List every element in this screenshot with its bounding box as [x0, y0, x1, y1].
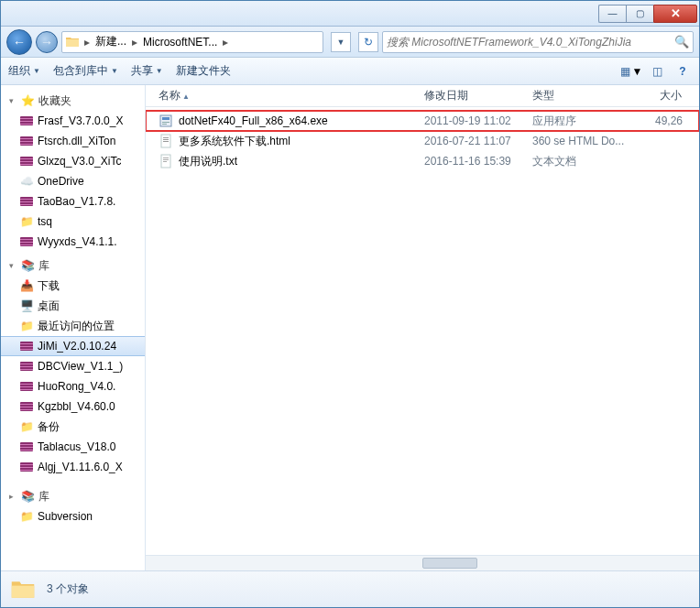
breadcrumb-seg-2[interactable]: MicrosoftNET... [139, 32, 221, 52]
tree-item[interactable]: Ftsrch.dll_XiTon [1, 131, 145, 151]
minimize-button[interactable]: — [598, 5, 626, 23]
tree-item[interactable]: Tablacus_V18.0 [1, 437, 145, 457]
dropdown-button[interactable]: ▼ [331, 32, 351, 52]
chevron-right-icon: ▸ [130, 36, 139, 49]
close-button[interactable]: ✕ [653, 5, 697, 23]
file-list[interactable]: dotNetFx40_Full_x86_x64.exe2011-09-19 11… [146, 107, 699, 555]
item-icon: 📁 [19, 319, 34, 333]
tree-item[interactable]: 📁Subversion [1, 506, 145, 527]
svg-rect-34 [20, 407, 33, 407]
search-icon: 🔍 [674, 35, 689, 49]
breadcrumb[interactable]: ▸ 新建... ▸ MicrosoftNET... ▸ [61, 31, 323, 53]
svg-rect-13 [20, 199, 33, 200]
tree-item-label: Glxzq_V3.0_XiTc [38, 155, 121, 168]
folder-icon [62, 35, 82, 49]
svg-rect-25 [20, 364, 33, 364]
chevron-down-icon: ▼ [156, 67, 163, 75]
tree-item[interactable]: 🖥️桌面 [1, 296, 145, 316]
tree-item[interactable]: Kgzbbl_V4.60.0 [1, 396, 145, 417]
tree-item[interactable]: 📁备份 [1, 417, 145, 437]
library-icon: 📚 [20, 258, 35, 273]
chevron-down-icon: ▼ [111, 67, 118, 75]
chevron-down-icon: ▼ [337, 38, 345, 47]
horizontal-scrollbar[interactable] [146, 555, 699, 570]
svg-rect-35 [20, 409, 33, 410]
forward-button[interactable]: → [36, 31, 58, 53]
file-icon [159, 134, 173, 148]
collapse-icon[interactable]: ▾ [6, 261, 16, 270]
chevron-down-icon: ▼ [632, 65, 643, 78]
tree-item[interactable]: 📁最近访问的位置 [1, 316, 145, 336]
tree-item[interactable]: Frasf_V3.7.0.0_X [1, 111, 145, 131]
view-options-button[interactable]: ▦▼ [622, 62, 640, 81]
svg-rect-49 [163, 137, 169, 138]
tree-item-label: Tablacus_V18.0 [38, 440, 115, 453]
libraries-header[interactable]: ▾ 📚 库 [1, 255, 145, 276]
search-input[interactable] [387, 36, 674, 49]
breadcrumb-seg-1[interactable]: 新建... [92, 32, 130, 52]
tree-item[interactable]: HuoRong_V4.0. [1, 376, 145, 396]
svg-rect-22 [20, 346, 33, 347]
svg-rect-19 [20, 244, 33, 245]
tree-item-label: Wyyxds_V4.1.1. [38, 235, 117, 248]
share-menu[interactable]: 共享▼ [131, 63, 163, 79]
tree-item[interactable]: 📥下载 [1, 276, 145, 296]
collapse-icon[interactable]: ▾ [6, 96, 16, 105]
svg-rect-23 [20, 349, 33, 350]
tree-item[interactable]: Wyyxds_V4.1.1. [1, 232, 145, 252]
file-row[interactable]: dotNetFx40_Full_x86_x64.exe2011-09-19 11… [146, 111, 699, 131]
column-name[interactable]: 名称▲ [153, 88, 419, 103]
svg-rect-46 [162, 122, 170, 123]
chevron-right-icon: ▸ [221, 36, 230, 49]
svg-rect-53 [163, 157, 169, 158]
tree-item-label: 桌面 [38, 299, 60, 314]
refresh-button[interactable]: ↻ [358, 32, 378, 52]
svg-rect-21 [20, 343, 33, 344]
column-type[interactable]: 类型 [527, 88, 637, 103]
svg-rect-5 [20, 138, 33, 139]
organize-menu[interactable]: 组织▼ [8, 63, 40, 79]
svg-rect-54 [163, 159, 169, 160]
file-row[interactable]: 更多系统软件下载.html2016-07-21 11:07360 se HTML… [146, 131, 699, 151]
back-button[interactable]: ← [6, 29, 32, 55]
help-button[interactable]: ? [673, 62, 692, 81]
svg-rect-44 [160, 115, 171, 126]
column-headers[interactable]: 名称▲ 修改日期 类型 大小 [146, 85, 699, 107]
svg-rect-41 [20, 464, 33, 465]
tree-item[interactable]: Glxzq_V3.0_XiTc [1, 151, 145, 171]
column-date[interactable]: 修改日期 [419, 88, 527, 103]
include-library-menu[interactable]: 包含到库中▼ [53, 63, 118, 79]
file-type: 应用程序 [527, 114, 637, 129]
item-icon [19, 339, 34, 353]
expand-icon[interactable]: ▸ [6, 492, 16, 501]
svg-rect-37 [20, 444, 33, 445]
search-box[interactable]: 🔍 [382, 31, 694, 53]
svg-rect-9 [20, 158, 33, 159]
svg-rect-29 [20, 384, 33, 385]
scrollbar-thumb[interactable] [422, 558, 477, 569]
tree-item[interactable]: DBCView_V1.1_) [1, 356, 145, 376]
preview-pane-button[interactable]: ◫ [648, 62, 666, 81]
libraries2-header[interactable]: ▸ 📚 库 [1, 486, 145, 506]
svg-rect-42 [20, 467, 33, 468]
tree-item[interactable]: TaoBao_V1.7.8. [1, 191, 145, 212]
tree-item-label: HuoRong_V4.0. [38, 380, 115, 393]
column-size[interactable]: 大小 [637, 88, 688, 103]
maximize-button[interactable]: ▢ [626, 5, 653, 23]
favorites-header[interactable]: ▾ ⭐ 收藏夹 [1, 91, 145, 111]
tree-item[interactable]: JiMi_V2.0.10.24 [1, 336, 145, 356]
titlebar: — ▢ ✕ [1, 1, 699, 27]
new-folder-button[interactable]: 新建文件夹 [176, 63, 231, 79]
svg-rect-3 [20, 124, 33, 125]
file-row[interactable]: 使用说明.txt2016-11-16 15:39文本文档 [146, 151, 699, 171]
svg-rect-17 [20, 239, 33, 240]
tree-item-label: 最近访问的位置 [38, 319, 115, 334]
tree-item[interactable]: ☁️OneDrive [1, 171, 145, 191]
file-type: 文本文档 [527, 154, 637, 169]
view-icon: ▦ [620, 65, 630, 78]
file-date: 2016-11-16 15:39 [419, 155, 527, 168]
navigation-pane[interactable]: ▾ ⭐ 收藏夹 Frasf_V3.7.0.0_XFtsrch.dll_XiTon… [1, 85, 146, 570]
item-icon [19, 399, 34, 414]
tree-item[interactable]: 📁tsq [1, 212, 145, 232]
tree-item[interactable]: Algj_V1.11.6.0_X [1, 457, 145, 477]
